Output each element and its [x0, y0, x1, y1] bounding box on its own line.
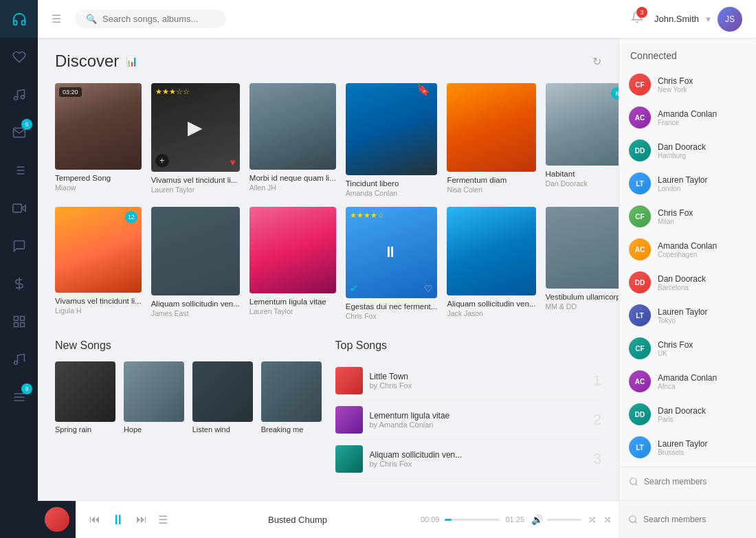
albums-grid: 03:20 Tempered Song Miaow ★★★☆☆ ▶ + — [55, 83, 601, 320]
album-title: Habitant — [546, 170, 619, 178]
playlist-button[interactable]: ☰ — [158, 513, 168, 526]
shuffle-button[interactable]: ⤮ — [588, 514, 597, 525]
album-card[interactable]: Aliquam sollicitudin ven... Jack Jason — [447, 207, 535, 321]
album-card[interactable]: Vestibulum ullamcorper MM & DD — [546, 207, 619, 321]
new-song-card[interactable]: Listen wind — [192, 361, 253, 434]
check-button[interactable]: ✔ — [350, 283, 358, 294]
sidebar-item-favorites[interactable] — [0, 38, 38, 76]
menu-toggle[interactable]: ☰ — [52, 12, 61, 25]
friend-avatar: DD — [629, 139, 651, 161]
sidebar-item-headphones[interactable] — [0, 0, 38, 38]
sidebar-item-music[interactable] — [0, 76, 38, 113]
notification-button[interactable]: 3 — [631, 11, 643, 27]
album-card[interactable]: Morbi id neque quam li... Allen JH — [249, 83, 336, 197]
progress-bar[interactable] — [445, 519, 500, 521]
forward-button[interactable]: ⏭ — [136, 513, 147, 526]
top-song-thumb — [335, 445, 363, 473]
friend-location: Milan — [658, 218, 693, 225]
top-song-info: Aliquam sollicitudin ven... by Chris Fox — [370, 450, 593, 468]
player-search-input[interactable] — [643, 515, 746, 524]
user-name: John.Smith — [654, 14, 699, 24]
sidebar-item-messages[interactable]: 6 — [0, 113, 38, 151]
top-song-title: Little Town — [370, 372, 593, 381]
new-songs-title: New Songs — [55, 339, 322, 352]
friend-item[interactable]: AC Amanda Conlan Copenhagen — [619, 233, 756, 266]
repeat-button[interactable]: ⤭ — [603, 514, 612, 525]
player-search-box[interactable] — [619, 501, 756, 539]
volume-bar[interactable] — [547, 519, 581, 521]
svg-rect-11 — [14, 316, 18, 320]
album-time-badge: 03:20 — [59, 87, 82, 97]
volume-icon[interactable]: 🔊 — [531, 514, 543, 525]
friend-item[interactable]: AC Amanda Conlan France — [619, 101, 756, 134]
friend-item[interactable]: AC Amanda Conlan Africa — [619, 365, 756, 398]
friend-name: Lauren Taylor — [658, 307, 708, 317]
sidebar-item-mic[interactable] — [0, 265, 38, 302]
friend-name: Amanda Conlan — [658, 373, 717, 383]
sidebar-item-video[interactable] — [0, 189, 38, 227]
sidebar-item-grid[interactable] — [0, 302, 38, 340]
top-songs-section: Top Songs Little Town by Chris Fox 1 — [335, 339, 602, 479]
new-song-card[interactable]: Spring rain — [55, 361, 115, 434]
search-members-input[interactable] — [644, 477, 746, 486]
album-artist: Jack Jason — [447, 309, 535, 317]
album-card[interactable]: ★★★☆☆ ▶ + ♥ Vivamus vel tincidunt li... … — [151, 83, 240, 197]
song-title: Hope — [124, 425, 184, 434]
friend-item[interactable]: LT Lauren Taylor Brussels — [619, 431, 756, 464]
friend-info: Lauren Taylor London — [658, 175, 708, 192]
album-title: Fermentum diam — [447, 176, 535, 184]
new-song-thumb — [261, 361, 322, 422]
refresh-button[interactable]: ↻ — [592, 55, 601, 68]
friend-location: New York — [658, 86, 693, 93]
friend-info: Lauren Taylor Brussels — [658, 439, 708, 456]
album-card[interactable]: ★★★★☆ ⏸ ✔ ♡ Egestas dui nec ferment... C… — [346, 207, 438, 321]
bookmark-icon: 🔖 — [416, 83, 430, 96]
album-card[interactable]: 6 Habitant Dan Doorack — [546, 83, 619, 197]
album-artist: Nisa Colen — [447, 186, 535, 194]
friend-item[interactable]: CF Chris Fox New York — [619, 68, 756, 101]
album-card[interactable]: Aliquam sollicitudin ven... James East — [151, 207, 240, 321]
play-pause-button[interactable]: ⏸ — [111, 512, 125, 528]
search-input[interactable] — [102, 14, 218, 24]
new-song-card[interactable]: Hope — [124, 361, 184, 434]
friend-item[interactable]: DD Dan Doorack Barcelona — [619, 266, 756, 299]
top-song-item[interactable]: Little Town by Chris Fox 1 — [335, 361, 602, 401]
sidebar-item-notes[interactable] — [0, 340, 38, 378]
album-card[interactable]: Lementum ligula vitae Lauren Taylor — [249, 207, 336, 321]
album-title: Egestas dui nec ferment... — [346, 302, 438, 311]
topbar-right: 3 John.Smith ▼ JS — [631, 7, 742, 32]
album-card[interactable]: 🔖 Tincidunt libero Amanda Conlan — [346, 83, 438, 197]
album-artist: James East — [151, 309, 240, 317]
rewind-button[interactable]: ⏮ — [89, 513, 100, 526]
sidebar-item-chat[interactable] — [0, 227, 38, 265]
friend-item[interactable]: CF Chris Fox UK — [619, 332, 756, 365]
album-card[interactable]: 12 Vivamus vel tincidunt li... Ligula H — [55, 207, 142, 321]
friend-avatar: AC — [629, 107, 651, 128]
svg-rect-14 — [14, 322, 18, 326]
friend-info: Chris Fox New York — [658, 76, 693, 93]
top-song-item[interactable]: Aliquam sollicitudin ven... by Chris Fox… — [335, 440, 602, 479]
friend-item[interactable]: DD Dan Doorack Paris — [619, 398, 756, 431]
top-song-item[interactable]: Lementum ligula vitae by Amanda Conlan 2 — [335, 401, 602, 440]
topbar: ☰ 🔍 3 John.Smith ▼ JS — [38, 0, 756, 38]
new-song-card[interactable]: Breaking me — [261, 361, 322, 434]
friend-item[interactable]: CF Chris Fox Milan — [619, 200, 756, 233]
search-box[interactable]: 🔍 — [75, 10, 226, 28]
friend-item[interactable]: DD Dan Doorack Hamburg — [619, 134, 756, 167]
friend-info: Amanda Conlan Africa — [658, 373, 717, 390]
friend-location: Paris — [658, 416, 706, 423]
search-members-box[interactable] — [619, 470, 756, 493]
friend-item[interactable]: LT Lauren Taylor London — [619, 167, 756, 200]
album-card[interactable]: Fermentum diam Nisa Colen — [447, 83, 535, 197]
user-info[interactable]: John.Smith ▼ JS — [654, 7, 742, 32]
pause-icon: ⏸ — [383, 243, 401, 261]
album-card[interactable]: 03:20 Tempered Song Miaow — [55, 83, 142, 197]
notification-badge: 3 — [636, 7, 647, 18]
discover-header: Discover 📊 ↻ — [55, 52, 601, 71]
top-song-artist: by Chris Fox — [370, 381, 593, 390]
friend-item[interactable]: LT Lauren Taylor Tokyo — [619, 299, 756, 332]
sidebar-item-queue[interactable]: 9 — [0, 378, 38, 416]
sidebar-item-playlist[interactable] — [0, 151, 38, 189]
svg-point-0 — [14, 96, 17, 100]
add-button[interactable]: + — [155, 154, 169, 168]
